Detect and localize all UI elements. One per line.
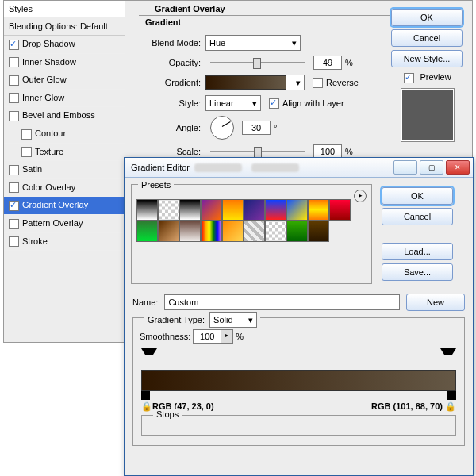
ok-button[interactable]: OK — [391, 9, 463, 26]
preview-label: Preview — [420, 72, 451, 82]
checkbox[interactable] — [9, 182, 19, 193]
checkbox[interactable] — [21, 129, 32, 140]
preset-swatch[interactable] — [286, 199, 308, 221]
style-item-label: Satin — [22, 164, 42, 174]
style-item-label: Texture — [35, 147, 63, 156]
new-button[interactable]: New — [406, 294, 465, 311]
ge-cancel-button[interactable]: Cancel — [382, 208, 453, 225]
style-item-drop-shadow[interactable]: Drop Shadow — [4, 36, 125, 54]
blend-mode-dropdown[interactable]: Hue — [205, 35, 301, 51]
preview-swatch — [401, 88, 455, 142]
maximize-icon[interactable]: ▢ — [420, 160, 443, 175]
close-icon[interactable]: ✕ — [446, 160, 470, 175]
opacity-unit: % — [345, 58, 353, 67]
preset-swatch[interactable] — [308, 199, 329, 221]
styles-list: Styles Blending Options: Default Drop Sh… — [4, 1, 125, 251]
checkbox[interactable] — [9, 75, 19, 86]
cancel-button[interactable]: Cancel — [391, 29, 463, 47]
style-dropdown[interactable]: Linear — [205, 95, 261, 111]
reverse-checkbox[interactable] — [313, 78, 323, 88]
right-stop-rgb: RGB (101, 88, 70) — [371, 401, 443, 411]
style-item-contour[interactable]: Contour — [4, 125, 125, 144]
preset-swatch[interactable] — [136, 199, 158, 221]
style-item-inner-glow[interactable]: Inner Glow — [4, 90, 125, 108]
angle-value[interactable]: 30 — [242, 121, 271, 135]
checkbox[interactable] — [9, 165, 19, 175]
titlebar[interactable]: Gradient Editor __ ▢ ✕ — [125, 158, 473, 178]
checkbox[interactable] — [9, 40, 19, 50]
checkbox[interactable] — [21, 147, 32, 157]
style-item-pattern-overlay[interactable]: Pattern Overlay — [4, 215, 125, 233]
presets-flyout-icon[interactable]: ▸ — [354, 190, 367, 202]
preset-swatch[interactable] — [286, 221, 308, 242]
style-item-stroke[interactable]: Stroke — [4, 233, 125, 251]
checkbox[interactable] — [9, 236, 19, 247]
save-button[interactable]: Save... — [382, 263, 453, 281]
checkbox[interactable] — [9, 111, 19, 121]
style-item-label: Stroke — [22, 236, 48, 246]
preset-swatch[interactable] — [158, 221, 179, 242]
opacity-stop-right[interactable] — [440, 348, 456, 363]
style-item-label: Inner Glow — [22, 93, 64, 102]
minimize-icon[interactable]: __ — [393, 160, 417, 175]
presets-label: Presets — [138, 180, 174, 190]
style-item-texture[interactable]: Texture — [4, 144, 125, 162]
gradient-type-dropdown[interactable]: Solid — [209, 312, 257, 328]
align-label: Align with Layer — [282, 98, 344, 108]
preset-swatch[interactable] — [201, 199, 222, 221]
preset-swatch[interactable] — [265, 221, 286, 242]
preset-swatch-grid — [136, 199, 351, 242]
preset-swatch[interactable] — [329, 199, 351, 221]
gradient-type-group: Gradient Type: Solid Smoothness: 100▸ % … — [132, 317, 465, 446]
style-item-label: Bevel and Emboss — [22, 110, 95, 120]
style-item-color-overlay[interactable]: Color Overlay — [4, 179, 125, 198]
preset-swatch[interactable] — [308, 221, 329, 242]
style-item-gradient-overlay[interactable]: Gradient Overlay — [4, 197, 125, 215]
preset-swatch[interactable] — [158, 199, 179, 221]
preset-swatch[interactable] — [265, 199, 286, 221]
preset-swatch[interactable] — [179, 199, 201, 221]
style-item-inner-shadow[interactable]: Inner Shadow — [4, 54, 125, 72]
smoothness-unit: % — [236, 332, 244, 341]
load-button[interactable]: Load... — [382, 243, 453, 260]
preset-swatch[interactable] — [244, 199, 265, 221]
blending-options-item[interactable]: Blending Options: Default — [4, 17, 125, 36]
preset-swatch[interactable] — [222, 199, 244, 221]
smoothness-label: Smoothness: — [140, 332, 190, 341]
color-stop-right[interactable] — [447, 391, 456, 400]
gradient-bar[interactable] — [141, 370, 456, 391]
gradient-swatch[interactable] — [205, 75, 286, 90]
preset-swatch[interactable] — [244, 221, 265, 242]
angle-dial[interactable] — [210, 116, 234, 140]
opacity-slider[interactable] — [210, 62, 305, 63]
color-stop-left[interactable] — [141, 391, 150, 400]
style-item-bevel-and-emboss[interactable]: Bevel and Emboss — [4, 107, 125, 125]
ge-ok-button[interactable]: OK — [382, 187, 453, 205]
preset-swatch[interactable] — [179, 221, 201, 242]
checkbox[interactable] — [9, 219, 19, 229]
lock-icon: 🔒 — [445, 401, 456, 411]
preset-swatch[interactable] — [222, 221, 244, 242]
gradient-dropdown-arrow[interactable] — [286, 75, 305, 90]
scale-label: Scale: — [139, 147, 201, 156]
preset-swatch[interactable] — [201, 221, 222, 242]
name-input[interactable]: Custom — [164, 294, 400, 310]
new-style-button[interactable]: New Style... — [391, 50, 463, 67]
window-title: Gradient Editor — [128, 163, 190, 172]
opacity-label: Opacity: — [139, 58, 201, 67]
checkbox[interactable] — [9, 93, 19, 103]
style-item-outer-glow[interactable]: Outer Glow — [4, 71, 125, 90]
checkbox[interactable] — [9, 201, 19, 211]
opacity-value[interactable]: 49 — [313, 56, 342, 70]
style-item-label: Inner Shadow — [22, 57, 76, 67]
smoothness-stepper[interactable]: 100▸ — [193, 329, 233, 344]
align-checkbox[interactable] — [269, 98, 279, 109]
style-item-satin[interactable]: Satin — [4, 161, 125, 179]
scale-slider[interactable] — [210, 151, 305, 152]
preview-checkbox[interactable] — [404, 73, 414, 83]
angle-unit: ° — [274, 123, 277, 132]
preset-swatch[interactable] — [136, 221, 158, 242]
opacity-stop-left[interactable] — [141, 348, 157, 363]
gradient-editor-dialog: Gradient Editor __ ▢ ✕ ▸ Presets OK Canc… — [124, 157, 474, 476]
checkbox[interactable] — [9, 57, 19, 67]
